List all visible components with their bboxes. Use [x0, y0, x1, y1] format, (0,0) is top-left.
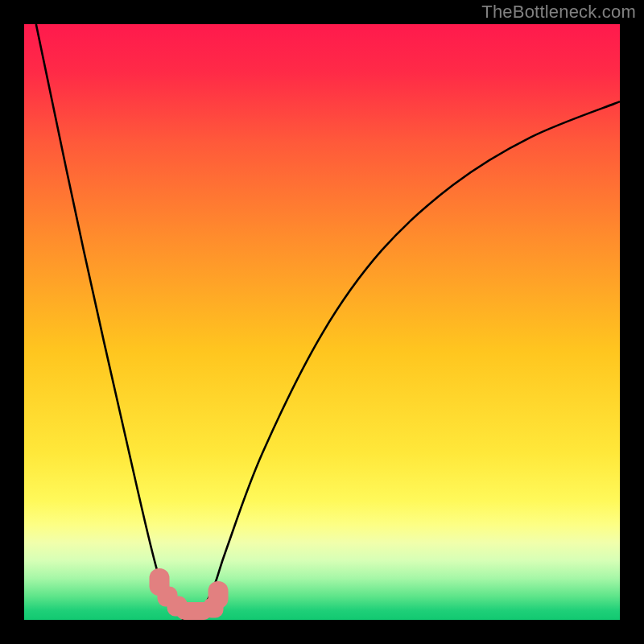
marker-dot: [204, 598, 224, 618]
minimum-marker-cluster: [24, 24, 620, 620]
chart-frame: TheBottleneck.com: [0, 0, 644, 644]
watermark-text: TheBottleneck.com: [481, 2, 636, 23]
plot-area: [24, 24, 620, 620]
